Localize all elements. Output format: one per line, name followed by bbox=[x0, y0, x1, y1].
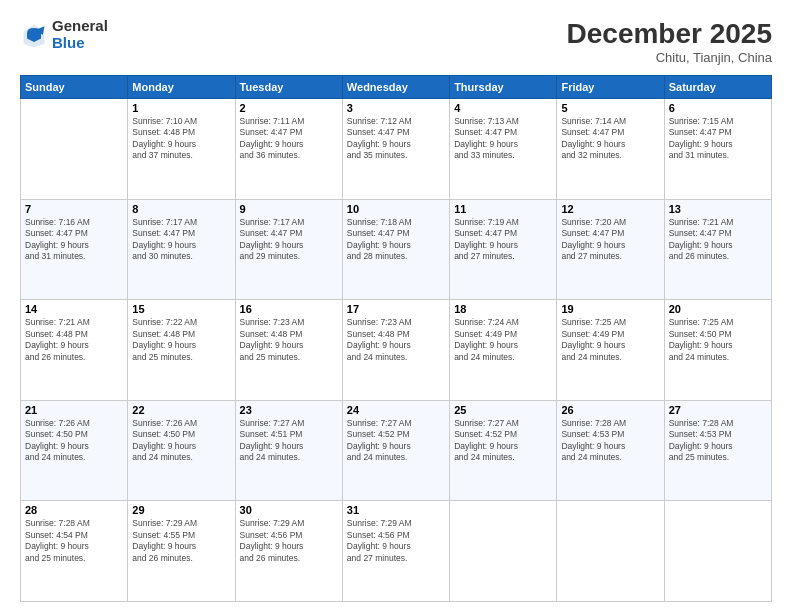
cell-day-number: 26 bbox=[561, 404, 659, 416]
calendar-header-row: Sunday Monday Tuesday Wednesday Thursday… bbox=[21, 76, 772, 99]
cell-day-number: 13 bbox=[669, 203, 767, 215]
table-row: 24Sunrise: 7:27 AMSunset: 4:52 PMDayligh… bbox=[342, 400, 449, 501]
cell-info: Sunrise: 7:28 AMSunset: 4:53 PMDaylight:… bbox=[669, 418, 767, 464]
cell-day-number: 28 bbox=[25, 504, 123, 516]
cell-info: Sunrise: 7:29 AMSunset: 4:56 PMDaylight:… bbox=[240, 518, 338, 564]
calendar-week-row: 7Sunrise: 7:16 AMSunset: 4:47 PMDaylight… bbox=[21, 199, 772, 300]
month-title: December 2025 bbox=[567, 18, 772, 50]
cell-day-number: 19 bbox=[561, 303, 659, 315]
cell-info: Sunrise: 7:21 AMSunset: 4:47 PMDaylight:… bbox=[669, 217, 767, 263]
cell-day-number: 15 bbox=[132, 303, 230, 315]
logo-general-text: General bbox=[52, 18, 108, 35]
cell-info: Sunrise: 7:26 AMSunset: 4:50 PMDaylight:… bbox=[132, 418, 230, 464]
table-row: 16Sunrise: 7:23 AMSunset: 4:48 PMDayligh… bbox=[235, 300, 342, 401]
table-row: 15Sunrise: 7:22 AMSunset: 4:48 PMDayligh… bbox=[128, 300, 235, 401]
cell-day-number: 10 bbox=[347, 203, 445, 215]
cell-day-number: 8 bbox=[132, 203, 230, 215]
cell-info: Sunrise: 7:27 AMSunset: 4:51 PMDaylight:… bbox=[240, 418, 338, 464]
cell-info: Sunrise: 7:29 AMSunset: 4:55 PMDaylight:… bbox=[132, 518, 230, 564]
cell-info: Sunrise: 7:16 AMSunset: 4:47 PMDaylight:… bbox=[25, 217, 123, 263]
cell-info: Sunrise: 7:23 AMSunset: 4:48 PMDaylight:… bbox=[347, 317, 445, 363]
table-row: 25Sunrise: 7:27 AMSunset: 4:52 PMDayligh… bbox=[450, 400, 557, 501]
table-row: 5Sunrise: 7:14 AMSunset: 4:47 PMDaylight… bbox=[557, 99, 664, 200]
col-tuesday: Tuesday bbox=[235, 76, 342, 99]
table-row: 4Sunrise: 7:13 AMSunset: 4:47 PMDaylight… bbox=[450, 99, 557, 200]
cell-day-number: 17 bbox=[347, 303, 445, 315]
table-row: 28Sunrise: 7:28 AMSunset: 4:54 PMDayligh… bbox=[21, 501, 128, 602]
cell-info: Sunrise: 7:17 AMSunset: 4:47 PMDaylight:… bbox=[240, 217, 338, 263]
cell-day-number: 16 bbox=[240, 303, 338, 315]
cell-day-number: 14 bbox=[25, 303, 123, 315]
cell-info: Sunrise: 7:24 AMSunset: 4:49 PMDaylight:… bbox=[454, 317, 552, 363]
logo-icon bbox=[20, 21, 48, 49]
cell-info: Sunrise: 7:11 AMSunset: 4:47 PMDaylight:… bbox=[240, 116, 338, 162]
table-row: 19Sunrise: 7:25 AMSunset: 4:49 PMDayligh… bbox=[557, 300, 664, 401]
table-row: 12Sunrise: 7:20 AMSunset: 4:47 PMDayligh… bbox=[557, 199, 664, 300]
cell-day-number: 7 bbox=[25, 203, 123, 215]
col-sunday: Sunday bbox=[21, 76, 128, 99]
header: General Blue December 2025 Chitu, Tianji… bbox=[20, 18, 772, 65]
col-friday: Friday bbox=[557, 76, 664, 99]
table-row: 6Sunrise: 7:15 AMSunset: 4:47 PMDaylight… bbox=[664, 99, 771, 200]
cell-info: Sunrise: 7:23 AMSunset: 4:48 PMDaylight:… bbox=[240, 317, 338, 363]
calendar-week-row: 14Sunrise: 7:21 AMSunset: 4:48 PMDayligh… bbox=[21, 300, 772, 401]
table-row: 11Sunrise: 7:19 AMSunset: 4:47 PMDayligh… bbox=[450, 199, 557, 300]
table-row: 10Sunrise: 7:18 AMSunset: 4:47 PMDayligh… bbox=[342, 199, 449, 300]
table-row: 18Sunrise: 7:24 AMSunset: 4:49 PMDayligh… bbox=[450, 300, 557, 401]
cell-info: Sunrise: 7:29 AMSunset: 4:56 PMDaylight:… bbox=[347, 518, 445, 564]
cell-day-number: 18 bbox=[454, 303, 552, 315]
table-row: 3Sunrise: 7:12 AMSunset: 4:47 PMDaylight… bbox=[342, 99, 449, 200]
cell-day-number: 30 bbox=[240, 504, 338, 516]
cell-info: Sunrise: 7:22 AMSunset: 4:48 PMDaylight:… bbox=[132, 317, 230, 363]
calendar-week-row: 21Sunrise: 7:26 AMSunset: 4:50 PMDayligh… bbox=[21, 400, 772, 501]
cell-day-number: 2 bbox=[240, 102, 338, 114]
logo: General Blue bbox=[20, 18, 108, 51]
table-row bbox=[450, 501, 557, 602]
cell-day-number: 20 bbox=[669, 303, 767, 315]
cell-day-number: 11 bbox=[454, 203, 552, 215]
location: Chitu, Tianjin, China bbox=[567, 50, 772, 65]
cell-info: Sunrise: 7:10 AMSunset: 4:48 PMDaylight:… bbox=[132, 116, 230, 162]
cell-day-number: 22 bbox=[132, 404, 230, 416]
cell-info: Sunrise: 7:13 AMSunset: 4:47 PMDaylight:… bbox=[454, 116, 552, 162]
cell-day-number: 4 bbox=[454, 102, 552, 114]
table-row: 17Sunrise: 7:23 AMSunset: 4:48 PMDayligh… bbox=[342, 300, 449, 401]
col-wednesday: Wednesday bbox=[342, 76, 449, 99]
title-block: December 2025 Chitu, Tianjin, China bbox=[567, 18, 772, 65]
logo-blue-text: Blue bbox=[52, 35, 108, 52]
cell-info: Sunrise: 7:14 AMSunset: 4:47 PMDaylight:… bbox=[561, 116, 659, 162]
cell-day-number: 21 bbox=[25, 404, 123, 416]
cell-day-number: 9 bbox=[240, 203, 338, 215]
cell-day-number: 3 bbox=[347, 102, 445, 114]
col-monday: Monday bbox=[128, 76, 235, 99]
cell-info: Sunrise: 7:17 AMSunset: 4:47 PMDaylight:… bbox=[132, 217, 230, 263]
cell-day-number: 5 bbox=[561, 102, 659, 114]
cell-day-number: 27 bbox=[669, 404, 767, 416]
cell-info: Sunrise: 7:28 AMSunset: 4:54 PMDaylight:… bbox=[25, 518, 123, 564]
table-row: 13Sunrise: 7:21 AMSunset: 4:47 PMDayligh… bbox=[664, 199, 771, 300]
cell-day-number: 23 bbox=[240, 404, 338, 416]
cell-info: Sunrise: 7:25 AMSunset: 4:50 PMDaylight:… bbox=[669, 317, 767, 363]
table-row: 21Sunrise: 7:26 AMSunset: 4:50 PMDayligh… bbox=[21, 400, 128, 501]
cell-info: Sunrise: 7:12 AMSunset: 4:47 PMDaylight:… bbox=[347, 116, 445, 162]
table-row: 27Sunrise: 7:28 AMSunset: 4:53 PMDayligh… bbox=[664, 400, 771, 501]
cell-day-number: 24 bbox=[347, 404, 445, 416]
calendar-week-row: 28Sunrise: 7:28 AMSunset: 4:54 PMDayligh… bbox=[21, 501, 772, 602]
cell-info: Sunrise: 7:18 AMSunset: 4:47 PMDaylight:… bbox=[347, 217, 445, 263]
col-saturday: Saturday bbox=[664, 76, 771, 99]
cell-info: Sunrise: 7:27 AMSunset: 4:52 PMDaylight:… bbox=[347, 418, 445, 464]
table-row: 31Sunrise: 7:29 AMSunset: 4:56 PMDayligh… bbox=[342, 501, 449, 602]
cell-day-number: 1 bbox=[132, 102, 230, 114]
cell-day-number: 12 bbox=[561, 203, 659, 215]
cell-info: Sunrise: 7:26 AMSunset: 4:50 PMDaylight:… bbox=[25, 418, 123, 464]
table-row bbox=[21, 99, 128, 200]
cell-info: Sunrise: 7:19 AMSunset: 4:47 PMDaylight:… bbox=[454, 217, 552, 263]
table-row: 26Sunrise: 7:28 AMSunset: 4:53 PMDayligh… bbox=[557, 400, 664, 501]
calendar-table: Sunday Monday Tuesday Wednesday Thursday… bbox=[20, 75, 772, 602]
col-thursday: Thursday bbox=[450, 76, 557, 99]
table-row: 8Sunrise: 7:17 AMSunset: 4:47 PMDaylight… bbox=[128, 199, 235, 300]
calendar-week-row: 1Sunrise: 7:10 AMSunset: 4:48 PMDaylight… bbox=[21, 99, 772, 200]
cell-info: Sunrise: 7:25 AMSunset: 4:49 PMDaylight:… bbox=[561, 317, 659, 363]
table-row: 9Sunrise: 7:17 AMSunset: 4:47 PMDaylight… bbox=[235, 199, 342, 300]
table-row: 7Sunrise: 7:16 AMSunset: 4:47 PMDaylight… bbox=[21, 199, 128, 300]
